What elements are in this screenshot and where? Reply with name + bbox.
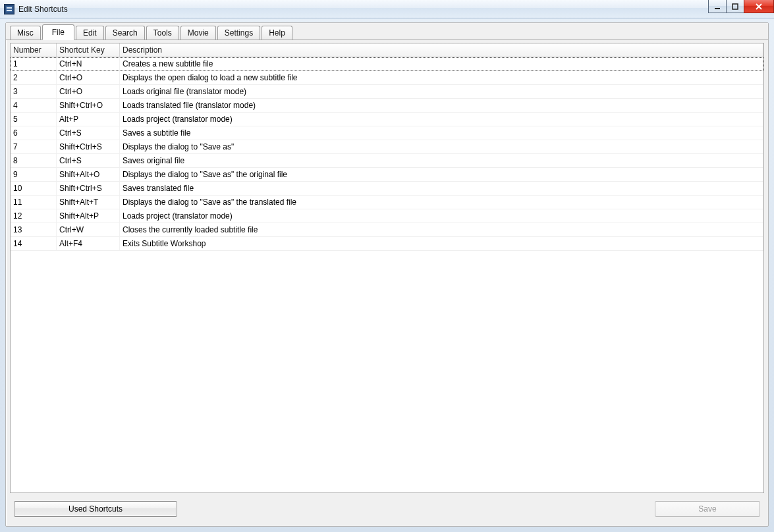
cell-shortcut-key: Ctrl+S [57,126,120,140]
tab-edit[interactable]: Edit [76,26,104,40]
table-row[interactable]: 2Ctrl+ODisplays the open dialog to load … [11,71,763,85]
cell-number: 7 [11,140,57,153]
svg-rect-2 [7,10,12,11]
cell-description: Saves a subtitle file [120,126,763,140]
cell-number: 14 [11,237,57,250]
cell-shortcut-key: Shift+Alt+T [57,196,120,209]
cell-shortcut-key: Ctrl+W [57,223,120,236]
cell-description: Displays the open dialog to load a new s… [120,71,763,84]
shortcuts-grid[interactable]: Number Shortcut Key Description 1Ctrl+NC… [10,43,764,493]
cell-number: 9 [11,168,57,181]
table-row[interactable]: 10Shift+Ctrl+SSaves translated file [11,182,763,196]
cell-number: 2 [11,71,57,84]
cell-number: 8 [11,154,57,167]
cell-number: 1 [11,57,57,70]
cell-description: Loads translated file (translator mode) [120,99,763,112]
save-button[interactable]: Save [655,501,760,517]
table-row[interactable]: 5Alt+PLoads project (translator mode) [11,113,763,126]
main-panel: MiscFileEditSearchToolsMovieSettingsHelp… [5,22,769,527]
column-header-description[interactable]: Description [120,43,763,57]
cell-shortcut-key: Alt+P [57,113,120,126]
bottom-bar: Used Shortcuts Save [6,497,768,526]
table-row[interactable]: 14Alt+F4Exits Subtitle Workshop [11,237,763,251]
cell-number: 10 [11,182,57,195]
cell-description: Displays the dialog to "Save as" [120,140,763,153]
cell-shortcut-key: Shift+Ctrl+O [57,99,120,112]
table-row[interactable]: 13Ctrl+WCloses the currently loaded subt… [11,223,763,237]
column-header-number[interactable]: Number [11,43,57,57]
cell-description: Saves translated file [120,182,763,195]
table-row[interactable]: 4Shift+Ctrl+OLoads translated file (tran… [11,99,763,113]
cell-description: Loads project (translator mode) [120,209,763,223]
cell-shortcut-key: Ctrl+S [57,154,120,167]
tab-settings[interactable]: Settings [217,26,260,40]
table-row[interactable]: 1Ctrl+NCreates a new subtitle file [11,57,763,71]
cell-description: Loads project (translator mode) [120,113,763,126]
table-row[interactable]: 3Ctrl+OLoads original file (translator m… [11,85,763,99]
cell-number: 13 [11,223,57,236]
cell-shortcut-key: Alt+F4 [57,237,120,250]
cell-description: Displays the dialog to "Save as" the ori… [120,168,763,181]
cell-shortcut-key: Ctrl+N [57,57,120,70]
cell-description: Creates a new subtitle file [120,57,763,70]
window-controls [709,0,774,13]
tab-help[interactable]: Help [262,26,292,40]
cell-description: Closes the currently loaded subtitle fil… [120,223,763,236]
table-row[interactable]: 12Shift+Alt+PLoads project (translator m… [11,209,763,223]
cell-shortcut-key: Ctrl+O [57,85,120,98]
tab-search[interactable]: Search [105,26,145,40]
cell-number: 3 [11,85,57,98]
table-row[interactable]: 6Ctrl+SSaves a subtitle file [11,126,763,140]
grid-body[interactable]: 1Ctrl+NCreates a new subtitle file2Ctrl+… [11,57,763,492]
cell-shortcut-key: Shift+Ctrl+S [57,140,120,153]
table-row[interactable]: 7Shift+Ctrl+SDisplays the dialog to "Sav… [11,140,763,154]
column-header-key[interactable]: Shortcut Key [57,43,120,57]
app-icon [4,4,14,14]
tab-file[interactable]: File [42,24,74,40]
cell-number: 5 [11,113,57,126]
cell-description: Loads original file (translator mode) [120,85,763,98]
cell-number: 4 [11,99,57,112]
grid-header: Number Shortcut Key Description [11,43,763,57]
cell-shortcut-key: Ctrl+O [57,71,120,84]
used-shortcuts-button[interactable]: Used Shortcuts [14,501,177,517]
table-row[interactable]: 8Ctrl+SSaves original file [11,154,763,168]
cell-description: Saves original file [120,154,763,167]
tab-misc[interactable]: Misc [10,26,41,40]
cell-description: Exits Subtitle Workshop [120,237,763,250]
window-title: Edit Shortcuts [18,5,68,14]
cell-shortcut-key: Shift+Alt+P [57,209,120,223]
table-row[interactable]: 11Shift+Alt+TDisplays the dialog to "Sav… [11,196,763,209]
cell-shortcut-key: Shift+Alt+O [57,168,120,181]
cell-shortcut-key: Shift+Ctrl+S [57,182,120,195]
table-row[interactable]: 9Shift+Alt+ODisplays the dialog to "Save… [11,168,763,182]
minimize-button[interactable] [708,0,727,13]
titlebar: Edit Shortcuts [0,0,774,18]
tab-strip: MiscFileEditSearchToolsMovieSettingsHelp [6,23,768,40]
svg-rect-3 [715,8,720,9]
cell-number: 12 [11,209,57,223]
tab-tools[interactable]: Tools [146,26,179,40]
cell-number: 11 [11,196,57,209]
cell-description: Displays the dialog to "Save as" the tra… [120,196,763,209]
cell-number: 6 [11,126,57,140]
svg-rect-1 [7,7,12,9]
svg-rect-4 [733,4,738,9]
client-area: MiscFileEditSearchToolsMovieSettingsHelp… [0,18,774,532]
close-button[interactable] [744,0,774,13]
maximize-button[interactable] [726,0,744,13]
svg-rect-0 [6,6,13,13]
tab-movie[interactable]: Movie [180,26,216,40]
